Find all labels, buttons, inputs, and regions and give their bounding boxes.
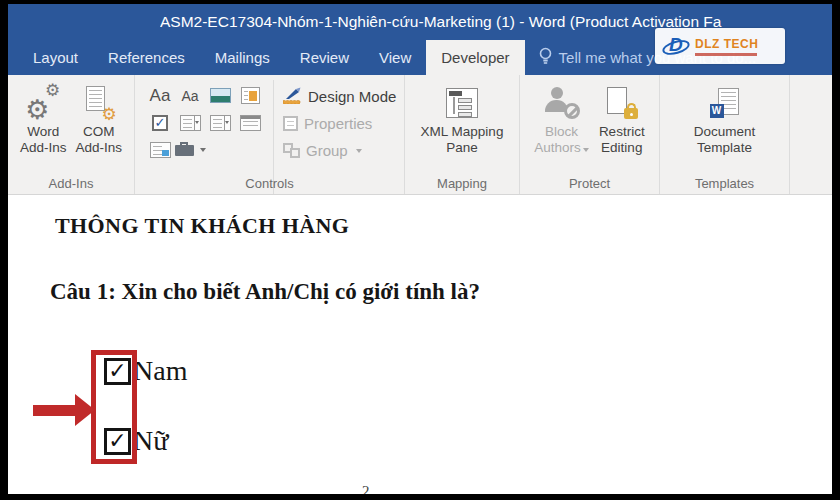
- group-button[interactable]: Group: [283, 137, 396, 164]
- plain-text-control-button[interactable]: Aa: [181, 88, 198, 104]
- option-label-nu: Nữ: [133, 425, 168, 457]
- dropdown-arrow-icon: [356, 149, 362, 153]
- group-label-controls: Controls: [135, 176, 404, 191]
- word-window: ASM2-EC17304-Nhóm-1-Nghiên-cứu-Marketing…: [8, 4, 832, 494]
- repeating-section-control-icon[interactable]: [150, 142, 171, 158]
- dropdown-list-control-icon[interactable]: [210, 115, 231, 131]
- lightbulb-icon: [539, 47, 552, 68]
- group-label-addins: Add-Ins: [8, 176, 134, 191]
- tab-references[interactable]: References: [93, 40, 200, 75]
- annotation-arrow-icon: [33, 405, 75, 416]
- properties-icon: [283, 116, 298, 131]
- ribbon-group-protect: Block Authors Restrict Editing Protect: [520, 75, 660, 194]
- date-picker-control-icon[interactable]: [240, 115, 261, 131]
- checkbox-control-icon[interactable]: ✓: [152, 115, 168, 131]
- picture-control-icon[interactable]: [210, 88, 231, 103]
- dropdown-arrow-icon: [583, 148, 589, 152]
- option-label-nam: Nam: [133, 355, 187, 387]
- tab-review[interactable]: Review: [285, 40, 364, 75]
- group-label-mapping: Mapping: [405, 176, 519, 191]
- group-label-protect: Protect: [520, 176, 659, 191]
- properties-button[interactable]: Properties: [283, 110, 396, 137]
- page-lock-icon: [605, 87, 638, 119]
- ribbon-group-templates: W Document Template Templates: [660, 75, 790, 194]
- document-heading: THÔNG TIN KHÁCH HÀNG: [55, 213, 349, 239]
- gears-icon: ⚙ ⚙: [25, 85, 61, 121]
- word-document-icon: W: [708, 88, 742, 119]
- building-block-gallery-icon[interactable]: [241, 87, 260, 104]
- tab-mailings[interactable]: Mailings: [200, 40, 285, 75]
- dlz-logo-icon: D: [663, 33, 689, 59]
- design-mode-button[interactable]: Design Mode: [283, 83, 396, 110]
- document-canvas: THÔNG TIN KHÁCH HÀNG Câu 1: Xin cho biết…: [8, 195, 832, 494]
- tab-layout[interactable]: Layout: [18, 40, 93, 75]
- briefcase-icon: [175, 141, 195, 158]
- blocked-person-icon: [544, 87, 580, 119]
- xml-mapping-icon: [446, 88, 478, 118]
- ribbon-group-controls: Aa Aa ✓: [135, 75, 405, 194]
- tab-developer[interactable]: Developer: [426, 40, 524, 75]
- tab-view[interactable]: View: [364, 40, 426, 75]
- group-label-templates: Templates: [660, 176, 789, 191]
- watermark-brand: DLZ TECH: [695, 37, 758, 51]
- group-objects-icon: [283, 143, 300, 158]
- ribbon-filler: [790, 75, 832, 194]
- ribbon: ⚙ ⚙ Word Add-Ins ⚙ COM Add-Ins Add-Ins: [8, 75, 832, 195]
- design-mode-icon: [283, 87, 302, 107]
- question-text: Câu 1: Xin cho biết Anh/Chị có giới tính…: [50, 279, 480, 305]
- rich-text-control-button[interactable]: Aa: [150, 86, 171, 106]
- ribbon-group-addins: ⚙ ⚙ Word Add-Ins ⚙ COM Add-Ins Add-Ins: [8, 75, 135, 194]
- page-number: 2: [362, 483, 370, 494]
- checklist-gear-icon: ⚙: [82, 86, 116, 120]
- dlz-tech-watermark: D DLZ TECH: [655, 28, 785, 64]
- ribbon-group-mapping: XML Mapping Pane Mapping: [405, 75, 520, 194]
- annotation-highlight-box: [91, 350, 137, 464]
- legacy-tools-button[interactable]: [175, 141, 206, 158]
- watermark-tagline: [695, 53, 757, 56]
- dropdown-arrow-icon: [200, 148, 206, 152]
- annotation-arrowhead-icon: [75, 394, 95, 426]
- combo-box-control-icon[interactable]: [180, 115, 201, 131]
